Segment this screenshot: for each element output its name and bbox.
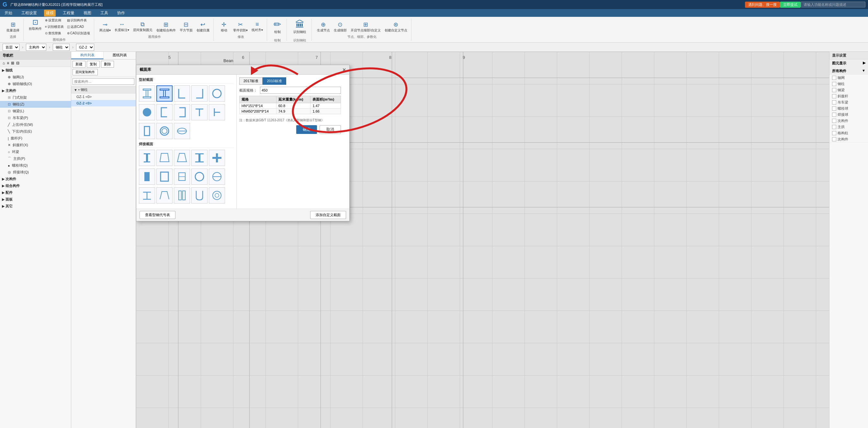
dialog-close-btn[interactable]: ✕	[342, 67, 346, 72]
toolbar-two-point[interactable]: ⊸两点辅▾	[98, 21, 112, 33]
cb-truss[interactable]	[832, 131, 836, 135]
others-header[interactable]: ▶其它	[0, 203, 71, 210]
dialog-cancel-btn[interactable]: 取消	[319, 125, 341, 134]
right-sub-secondary2[interactable]: 次构件	[830, 136, 868, 142]
toolbar-create-return[interactable]: ↩创建归属	[195, 21, 211, 33]
std-tab-2017[interactable]: 2017标准	[239, 77, 262, 85]
weld-shape-rect-weld[interactable]	[174, 169, 190, 185]
spec-select[interactable]: GZ-2	[76, 44, 94, 51]
toolbar-gen-nodes[interactable]: ⊕生成节点	[316, 21, 331, 33]
nav-home-icon[interactable]: ⌂	[3, 61, 5, 65]
comp-group-steel-col[interactable]: ▼▪ 钢柱	[71, 87, 136, 94]
toolbar-length-mark[interactable]: ↔长度标注▾	[113, 21, 130, 33]
shape-c-right[interactable]	[156, 104, 173, 120]
menu-start[interactable]: 开始	[3, 10, 14, 17]
comp-floor-copy-btn[interactable]: 层间复制构件	[72, 69, 98, 75]
global-search-input[interactable]	[801, 2, 865, 7]
toolbar-create-combo[interactable]: ⊞创建组合构件	[155, 21, 177, 33]
menu-project-settings[interactable]: 工程设置	[20, 10, 39, 17]
cb-main-arch[interactable]	[832, 125, 836, 129]
comp-search-input[interactable]	[72, 78, 134, 85]
nav-diag-member[interactable]: ✕斜腹杆(X)	[0, 142, 71, 149]
toolbar-batch-select[interactable]: ⊞ 批量选择	[5, 21, 21, 33]
tab-drawing-list[interactable]: 图纸列表	[103, 52, 136, 59]
menu-tools[interactable]: 工具	[98, 10, 110, 17]
spec-row-1[interactable]: HN*151*8*14 60.8 1.47	[240, 103, 341, 109]
std-tab-2010[interactable]: 2010标准	[262, 77, 286, 85]
cb-steel-col[interactable]	[832, 82, 836, 86]
toolbar-set-scale[interactable]: ⊕设置比例	[44, 18, 65, 23]
main-comp-header[interactable]: ▶主构件	[0, 87, 71, 94]
toolbar-create-custom-node[interactable]: ⊛创建自定义节点	[383, 21, 409, 33]
shape-circle-ring[interactable]	[156, 123, 173, 139]
toolbar-find-floors[interactable]: ≡识别楼层表	[44, 24, 65, 30]
assembly-comp-header[interactable]: ▶组合构件	[0, 183, 71, 189]
spec-search-input[interactable]	[260, 87, 341, 94]
right-sub-truss[interactable]: 格构柱	[830, 130, 868, 136]
component-type-select[interactable]: 主构件	[26, 44, 46, 51]
toolbar-cad-identify[interactable]: ⊚CAD识别选项	[66, 30, 91, 36]
nav-expand-icon[interactable]: ⊟	[16, 61, 20, 65]
axis-section-header[interactable]: ▶轴线	[0, 67, 71, 74]
toolbar-pick-component[interactable]: ⊡拾取构件	[28, 18, 43, 36]
nav-steel-beam[interactable]: ⊟钢梁(L)	[0, 108, 71, 114]
weld-shape-circle-w[interactable]	[191, 169, 208, 185]
cb-crane[interactable]	[832, 100, 836, 104]
nav-axis-network[interactable]: ⊕轴网(J)	[0, 74, 71, 80]
shape-t-down[interactable]	[191, 104, 208, 120]
right-sub-axis[interactable]: 轴网	[830, 75, 868, 81]
shape-l-left[interactable]	[191, 86, 208, 102]
add-custom-section-btn[interactable]: 添加自定义截面	[310, 211, 346, 219]
component-select[interactable]: 钢柱	[53, 44, 70, 51]
shape-i-wide[interactable]	[156, 86, 173, 102]
right-panel-display-header[interactable]: 图元显示▶	[830, 60, 868, 67]
nav-steel-col[interactable]: ⊡钢柱(Z)	[0, 101, 71, 108]
right-sub-secondary[interactable]: 次构件	[830, 118, 868, 124]
weld-shape-i[interactable]	[139, 150, 155, 166]
weld-shape-trap2[interactable]	[156, 187, 173, 203]
toolbar-find-replace[interactable]: ⊙查找替换	[44, 30, 65, 36]
cb-secondary[interactable]	[832, 119, 836, 123]
right-sub-crane[interactable]: 吊车梁	[830, 99, 868, 105]
right-sub-main-arch[interactable]: 主拱	[830, 124, 868, 130]
cb-steel-beam[interactable]	[832, 88, 836, 92]
toolbar-floor-copy[interactable]: ⧉层间复制圆元	[132, 21, 154, 33]
weld-shape-u-weld[interactable]	[191, 187, 208, 203]
nav-crane-beam[interactable]: ⊟吊车梁(P)	[0, 114, 71, 121]
nav-bolt-ball[interactable]: ●螺栓球(Q)	[0, 162, 71, 169]
menu-collaborate[interactable]: 协作	[115, 10, 127, 17]
toolbar-move[interactable]: ✛移动	[218, 21, 230, 33]
dialog-confirm-btn[interactable]: 确定	[296, 125, 317, 134]
right-sub-steel-col[interactable]: 钢柱	[830, 81, 868, 87]
trial-btn[interactable]: 立即提试	[780, 2, 801, 8]
sub-comp-header[interactable]: ▶次构件	[0, 176, 71, 183]
weld-shape-wide-trap[interactable]	[174, 150, 190, 166]
accessory-header[interactable]: ▶配件	[0, 189, 71, 196]
toolbar-line-align[interactable]: ≡线对齐▾	[250, 21, 264, 33]
shape-t-right[interactable]	[209, 104, 225, 120]
weld-shape-t-weld[interactable]	[139, 187, 155, 203]
shape-c-left[interactable]	[174, 104, 190, 120]
comp-delete-btn[interactable]: 删除	[101, 61, 114, 68]
weld-shape-rect-hollow2[interactable]	[156, 169, 173, 185]
menu-build[interactable]: 建模	[44, 10, 56, 17]
cb-secondary2[interactable]	[832, 137, 836, 141]
right-sub-steel-beam[interactable]: 钢梁	[830, 87, 868, 93]
menu-quantity[interactable]: 工程量	[61, 10, 76, 17]
nav-grid-icon[interactable]: ⊞	[11, 61, 14, 65]
spec-row-2[interactable]: HN450*200*9*14 74.9 1.66	[240, 109, 341, 114]
tab-component-list[interactable]: 构件列表	[71, 52, 103, 59]
nav-list-icon[interactable]: ≡	[7, 61, 9, 65]
toolbar-flat-section[interactable]: ⊟平方节面	[178, 21, 194, 33]
shape-i-standard[interactable]	[139, 86, 155, 102]
weld-shape-circle-circle[interactable]	[209, 187, 225, 203]
toolbar-open-node-detail[interactable]: ⊞开启节点细部/自定义	[349, 21, 382, 33]
nav-upper-chord[interactable]: ╱上弦/外弦(W)	[0, 121, 71, 128]
right-sub-bolt-ball[interactable]: 螺栓球	[830, 105, 868, 111]
weld-shape-circle-half-w[interactable]	[209, 169, 225, 185]
shape-l-right[interactable]	[174, 86, 190, 102]
weld-shape-trapezoid[interactable]	[156, 150, 173, 166]
toolbar-identify-col-btn[interactable]: 🏛识别钢柱	[291, 17, 309, 37]
nav-ring-beam[interactable]: ○环梁	[0, 149, 71, 155]
shape-circle-outline[interactable]	[209, 86, 225, 102]
